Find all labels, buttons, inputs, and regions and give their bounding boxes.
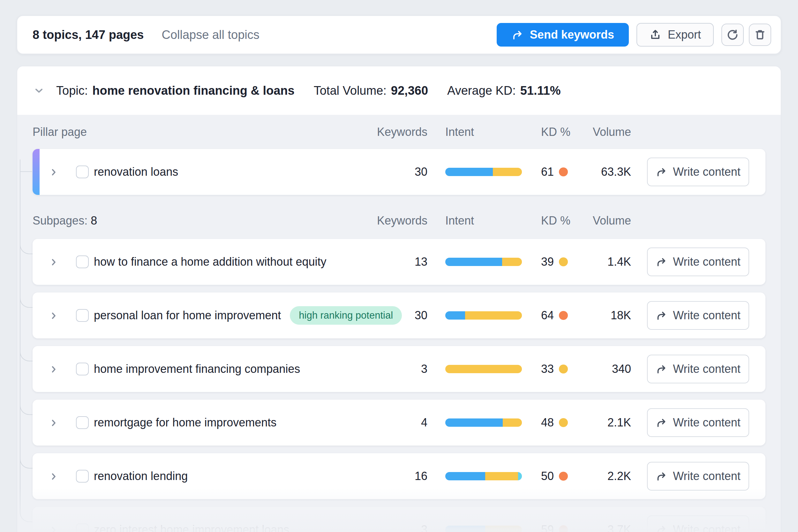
row-checkbox[interactable]	[76, 363, 89, 375]
keywords-count: 13	[364, 255, 428, 269]
kd-value: 48	[541, 416, 554, 429]
pillar-page-row: renovation loans 30 61 63.3K Write conte…	[33, 149, 765, 195]
delete-button[interactable]	[749, 24, 771, 46]
topic-header: Topic: home renovation financing & loans…	[17, 66, 781, 115]
subpage-row: remortgage for home improvements 4 48 2.…	[33, 400, 765, 445]
expand-row-chevron-icon[interactable]	[49, 167, 59, 177]
write-content-button[interactable]: Write content	[647, 247, 749, 276]
volume-value: 2.2K	[562, 470, 631, 483]
subpages-column-header: Subpages:8 Keywords Intent KD % Volume	[33, 203, 765, 239]
keywords-count: 4	[364, 416, 428, 429]
volume-value: 1.4K	[562, 255, 631, 269]
row-checkbox[interactable]	[76, 166, 89, 178]
keywords-count: 30	[364, 309, 428, 322]
page-title[interactable]: home improvement financing companies	[94, 362, 300, 376]
column-volume: Volume	[562, 125, 631, 139]
column-keywords: Keywords	[364, 214, 428, 227]
average-kd-label: Average KD:	[447, 84, 516, 98]
topics-pages-summary: 8 topics, 147 pages	[33, 28, 144, 42]
expand-row-chevron-icon[interactable]	[49, 525, 59, 532]
average-kd-value: 51.11%	[520, 84, 561, 98]
collapse-all-topics-link[interactable]: Collapse all topics	[162, 28, 259, 42]
subpages-count: 8	[91, 214, 97, 227]
intent-bar	[445, 365, 522, 373]
write-content-button[interactable]: Write content	[647, 157, 749, 186]
keywords-count: 30	[364, 165, 428, 178]
page-title[interactable]: renovation lending	[94, 470, 188, 483]
subpages-label: Subpages:	[33, 214, 88, 227]
kd-value: 64	[541, 309, 554, 322]
write-content-button[interactable]: Write content	[647, 301, 749, 330]
expand-row-chevron-icon[interactable]	[49, 418, 59, 428]
write-content-button[interactable]: Write content	[647, 408, 749, 437]
topic-card: Topic: home renovation financing & loans…	[17, 66, 781, 532]
total-volume-value: 92,360	[391, 84, 428, 98]
pillar-column-header: Pillar page Keywords Intent KD % Volume	[33, 115, 765, 149]
toolbar: 8 topics, 147 pages Collapse all topics …	[17, 15, 781, 54]
volume-value: 340	[562, 362, 631, 376]
refresh-button[interactable]	[721, 24, 744, 46]
page-title[interactable]: remortgage for home improvements	[94, 416, 276, 429]
kd-value: 33	[541, 362, 554, 376]
subpage-row: renovation lending 16 50 2.2K Write cont…	[33, 453, 765, 499]
total-volume-label: Total Volume:	[314, 84, 386, 98]
kd-value: 50	[541, 470, 554, 483]
forward-arrow-icon	[656, 256, 667, 268]
row-checkbox[interactable]	[76, 524, 89, 532]
keywords-count: 3	[364, 362, 428, 376]
expand-row-chevron-icon[interactable]	[49, 257, 59, 267]
column-intent: Intent	[445, 125, 474, 139]
column-intent: Intent	[445, 214, 474, 227]
intent-bar	[445, 168, 522, 176]
volume-value: 3.7K	[562, 523, 631, 532]
forward-arrow-icon	[656, 417, 667, 428]
send-keywords-button[interactable]: Send keywords	[497, 23, 629, 46]
column-volume: Volume	[562, 214, 631, 227]
subpage-row: home improvement financing companies 3 3…	[33, 346, 765, 392]
subpage-row: how to finance a home addition without e…	[33, 239, 765, 285]
page-title[interactable]: how to finance a home addition without e…	[94, 255, 326, 269]
pillar-accent-bar	[33, 149, 40, 195]
page-title[interactable]: personal loan for home improvement	[94, 309, 281, 322]
kd-value: 61	[541, 165, 554, 178]
column-keywords: Keywords	[364, 125, 428, 139]
write-content-button[interactable]: Write content	[647, 355, 749, 383]
intent-bar	[445, 526, 522, 532]
collapse-topic-chevron-icon[interactable]	[33, 85, 45, 96]
row-checkbox[interactable]	[76, 309, 89, 322]
intent-bar	[445, 258, 522, 266]
subpage-row: personal loan for home improvement high …	[33, 292, 765, 338]
topic-label: Topic:	[56, 84, 88, 98]
volume-value: 2.1K	[562, 416, 631, 429]
write-content-button[interactable]: Write content	[647, 515, 749, 532]
row-checkbox[interactable]	[76, 255, 89, 268]
expand-row-chevron-icon[interactable]	[49, 471, 59, 481]
forward-arrow-icon	[656, 471, 667, 482]
forward-arrow-icon	[656, 524, 667, 532]
forward-arrow-icon	[656, 310, 667, 321]
topic-name: home renovation financing & loans	[92, 84, 294, 98]
page-title[interactable]: renovation loans	[94, 165, 178, 178]
refresh-icon	[726, 28, 739, 41]
write-content-button[interactable]: Write content	[647, 462, 749, 491]
keywords-count: 3	[364, 523, 428, 532]
forward-arrow-icon	[656, 166, 667, 178]
row-checkbox[interactable]	[76, 416, 89, 429]
row-checkbox[interactable]	[76, 470, 89, 482]
subpage-row: zero interest home improvement loans 3 5…	[33, 507, 765, 532]
expand-row-chevron-icon[interactable]	[49, 364, 59, 374]
column-pillar-page: Pillar page	[33, 125, 87, 139]
expand-row-chevron-icon[interactable]	[49, 310, 59, 321]
intent-bar	[445, 311, 522, 320]
forward-arrow-icon	[511, 29, 524, 41]
upload-icon	[649, 29, 661, 41]
kd-value: 59	[541, 523, 554, 532]
page-title[interactable]: zero interest home improvement loans	[94, 523, 289, 532]
kd-value: 39	[541, 255, 554, 269]
export-button[interactable]: Export	[636, 23, 714, 46]
volume-value: 63.3K	[562, 165, 631, 178]
volume-value: 18K	[562, 309, 631, 322]
forward-arrow-icon	[656, 363, 667, 375]
trash-icon	[754, 28, 766, 41]
intent-bar	[445, 418, 522, 427]
